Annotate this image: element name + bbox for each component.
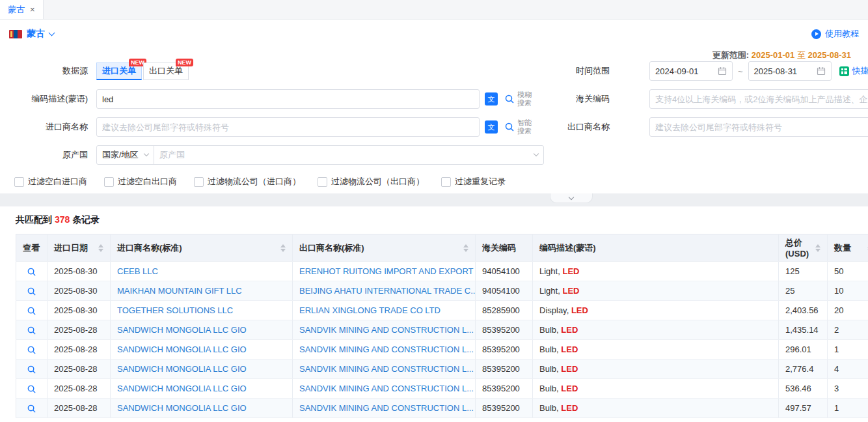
translate-icon[interactable]: 文 [485,92,498,106]
view-record-icon[interactable] [27,384,36,394]
importer-link[interactable]: SANDWICH MONGOLIA LLC GIO [117,403,247,413]
collapse-filters-button[interactable] [550,193,593,203]
code-desc-input[interactable] [96,89,480,109]
importer-link[interactable]: CEEB LLC [117,266,158,276]
origin-placeholder: 原产国 [159,149,185,161]
origin-type-select[interactable]: 国家/地区 [97,146,154,164]
filter-duplicate-records-checkbox[interactable]: 过滤重复记录 [441,176,506,188]
exporter-link[interactable]: ERLIAN XINGLONG TRADE CO LTD [299,305,441,315]
chevron-down-icon [534,151,539,156]
exporter-cell: SANDVIK MINING AND CONSTRUCTION L... [293,320,476,340]
exporter-label: 出口商名称 [545,117,641,137]
exporter-cell: SANDVIK MINING AND CONSTRUCTION L... [293,359,476,379]
col-header-qty[interactable]: 数量 [828,234,868,262]
start-date-input[interactable]: 2024-09-01 [649,61,733,81]
view-record-icon[interactable] [27,326,36,335]
tab-export-customs[interactable]: 出口关单 NEW [143,63,189,80]
col-header-importer[interactable]: 进口商名称(标准) [111,234,293,262]
import-date-cell: 2025-08-28 [47,379,111,399]
exporter-link[interactable]: SANDVIK MINING AND CONSTRUCTION L... [299,384,474,393]
tab-mongolia[interactable]: 蒙古 × [0,0,44,19]
importer-link[interactable]: TOGETHER SOLUTIONS LLC [117,305,233,315]
filter-checkboxes: 过滤空白进口商 过滤空白出口商 过滤物流公司（进口商） 过滤物流公司（出口商） … [0,175,868,188]
importer-link[interactable]: MAIKHAN MOUNTAIN GIFT LLC [117,286,242,296]
importer-link[interactable]: SANDWICH MONGOLIA LLC GIO [117,325,247,335]
calendar-icon [817,66,826,76]
tutorial-link[interactable]: 使用教程 [811,28,859,40]
total-usd-cell: 125 [779,262,828,281]
sort-icon[interactable] [280,244,286,252]
smart-search-toggle[interactable]: 智能搜索 [504,119,533,135]
app: 蒙古 × 蒙古 使用教程 更新范围: 2025-01-01 至 2025-08-… [0,0,868,422]
filter-row-1: 数据源 进口关单 NEW 出口关单 NEW 时间范围 2024-09-01 [0,61,868,81]
code-desc-cell: Light, LED [533,281,779,301]
fuzzy-search-toggle[interactable]: 模糊搜索 [504,91,533,107]
exporter-link[interactable]: SANDVIK MINING AND CONSTRUCTION L... [299,325,474,335]
total-usd-cell: 2,776.4 [779,359,828,379]
data-source-tabs: 进口关单 NEW 出口关单 NEW [96,63,189,80]
exporter-link[interactable]: SANDVIK MINING AND CONSTRUCTION L... [299,364,474,374]
exporter-link[interactable]: SANDVIK MINING AND CONSTRUCTION L... [299,403,474,413]
col-header-import-date[interactable]: 进口日期 [47,234,111,262]
hs-code-label: 海关编码 [545,89,641,109]
filter-blank-exporter-checkbox[interactable]: 过滤空白出口商 [104,176,177,188]
magnifier-icon [504,94,515,104]
view-record-icon[interactable] [27,287,36,296]
view-record-icon[interactable] [27,404,36,414]
table-header-row: 查看 进口日期 进口商名称(标准) 出口商名称(标准) 海关编码 编码描述(蒙语… [16,234,868,262]
quick-select-button[interactable]: 快捷 [839,65,868,77]
col-header-exporter[interactable]: 出口商名称(标准) [293,234,476,262]
sort-icon[interactable] [463,244,468,252]
sort-icon[interactable] [98,244,103,252]
country-selector[interactable]: 蒙古 [9,28,54,40]
view-record-icon[interactable] [27,306,36,316]
tab-close-icon[interactable]: × [30,5,35,14]
checkbox-label: 过滤物流公司（进口商） [208,176,301,188]
view-cell [16,399,47,418]
sort-icon[interactable] [815,244,821,252]
qty-cell: 2 [828,320,868,340]
import-date-cell: 2025-08-28 [47,399,111,418]
update-range-start: 2025-01-01 [752,50,795,60]
qty-cell: 20 [828,301,868,320]
col-header-code-desc: 编码描述(蒙语) [533,234,779,262]
code-desc-cell: Bulb, LED [533,399,779,418]
view-record-icon[interactable] [27,345,36,355]
importer-cell: SANDWICH MONGOLIA LLC GIO [111,379,293,399]
qty-cell: 1 [828,399,868,418]
table-row: 2025-08-28 SANDWICH MONGOLIA LLC GIO SAN… [16,320,868,340]
chevron-down-icon [49,29,55,36]
col-header-hs-code: 海关编码 [476,234,533,262]
importer-input[interactable] [96,117,480,137]
exporter-cell: SANDVIK MINING AND CONSTRUCTION L... [293,399,476,418]
importer-cell: TOGETHER SOLUTIONS LLC [111,301,293,320]
importer-link[interactable]: SANDWICH MONGOLIA LLC GIO [117,364,247,374]
filter-blank-importer-checkbox[interactable]: 过滤空白进口商 [14,176,87,188]
chevron-down-icon [144,151,149,156]
col-header-view: 查看 [16,234,47,262]
hs-code-input[interactable] [649,89,868,109]
exporter-cell: ERLIAN XINGLONG TRADE CO LTD [293,301,476,320]
filter-logistics-exporter-checkbox[interactable]: 过滤物流公司（出口商） [318,176,424,188]
exporter-link[interactable]: BEIJING AHATU INTERNATIONAL TRADE C... [299,286,476,296]
exporter-link[interactable]: SANDVIK MINING AND CONSTRUCTION L... [299,345,474,354]
view-record-icon[interactable] [27,365,36,374]
col-header-total-usd[interactable]: 总价 (USD) [779,234,828,262]
qty-cell: 50 [828,262,868,281]
exporter-input[interactable] [649,117,868,137]
translate-icon[interactable]: 文 [485,120,498,134]
calendar-icon [718,66,727,76]
end-date-value: 2025-08-31 [754,66,798,76]
filter-logistics-importer-checkbox[interactable]: 过滤物流公司（进口商） [194,176,301,188]
end-date-input[interactable]: 2025-08-31 [748,61,832,81]
importer-cell: SANDWICH MONGOLIA LLC GIO [111,340,293,359]
view-record-icon[interactable] [27,267,36,277]
exporter-link[interactable]: ERENHOT RUITONG IMPORT AND EXPORT ... [299,266,476,276]
origin-input[interactable]: 原产国 [154,149,543,161]
importer-link[interactable]: SANDWICH MONGOLIA LLC GIO [117,345,247,354]
importer-link[interactable]: SANDWICH MONGOLIA LLC GIO [117,384,247,393]
importer-cell: MAIKHAN MOUNTAIN GIFT LLC [111,281,293,301]
importer-cell: CEEB LLC [111,262,293,281]
hs-code-cell: 85395200 [476,359,533,379]
tab-import-customs[interactable]: 进口关单 NEW [96,63,142,80]
